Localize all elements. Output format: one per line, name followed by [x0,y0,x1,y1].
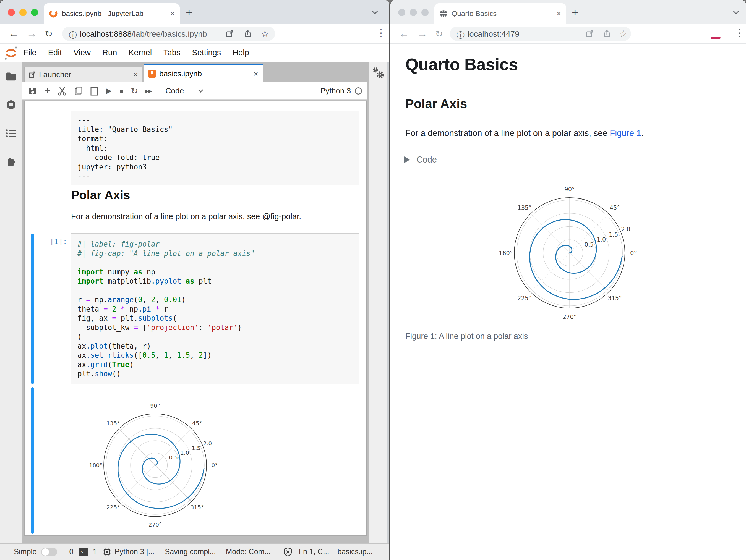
save-icon[interactable] [28,87,37,95]
menu-item-run[interactable]: Run [96,48,123,57]
new-tab-button[interactable]: + [572,7,578,19]
output-cell-indicator[interactable] [31,387,34,534]
globe-favicon-icon [439,9,448,18]
menu-item-tabs[interactable]: Tabs [157,48,186,57]
cursor-position[interactable]: Ln 1, C... [299,548,329,556]
minimize-window-button[interactable] [19,9,27,16]
code-cell-editor[interactable]: #| label: fig-polar#| fig-cap: "A line p… [70,233,359,384]
code-line: #| fig-cap: "A line plot on a polar axis… [78,249,352,259]
url-text[interactable]: localhost:8888/lab/tree/basics.ipynb [80,30,207,39]
heading-divider [405,119,731,119]
running-kernels-icon[interactable] [6,99,16,110]
close-tab-icon[interactable]: × [253,69,258,79]
forward-icon[interactable]: → [27,28,37,39]
left-sidebar [0,62,22,543]
execution-count: [1]: [39,237,67,246]
share-icon[interactable] [243,29,252,38]
mode-indicator[interactable]: Mode: Com... [226,548,271,556]
open-in-new-icon[interactable] [585,29,594,38]
cell-type-caret-icon[interactable] [198,87,203,92]
minimize-window-button[interactable] [410,9,417,16]
tab-close-icon[interactable]: × [170,9,175,18]
tab-search-chevron-icon[interactable] [372,8,378,14]
close-window-button[interactable] [398,9,405,16]
browser-menu-icon[interactable]: ⋮ [376,27,386,39]
bookmark-star-icon[interactable]: ☆ [619,28,627,39]
tab-notebook-active[interactable]: basics.ipynb × [144,65,263,82]
notebook-file-icon [148,70,156,78]
svg-text:0.5: 0.5 [169,454,178,461]
notebook-toolbar: + ▶ ■ ↻ ▶▶ Code Python 3 [22,82,367,99]
menu-item-settings[interactable]: Settings [186,48,227,57]
menu-item-help[interactable]: Help [227,48,255,57]
back-icon[interactable]: ← [399,28,409,39]
notebook-scrollbar[interactable] [386,62,389,543]
restart-kernel-icon[interactable]: ↻ [131,86,138,96]
figure-link[interactable]: Figure 1 [610,128,641,138]
browser-toolbar: ← → ↻ ⓘ localhost:8888/lab/tree/basics.i… [0,24,389,44]
site-info-icon[interactable]: ⓘ [457,30,464,41]
kernel-name[interactable]: Python 3 [320,87,351,95]
trust-shield-icon[interactable] [283,547,292,557]
kernel-count: 1 [93,548,97,556]
close-tab-icon[interactable]: × [133,70,138,79]
site-info-icon[interactable]: ⓘ [69,30,77,41]
open-in-new-icon[interactable] [225,29,234,38]
active-cell-indicator[interactable] [31,234,34,384]
yaml-line: code-fold: true [78,153,352,162]
browser-tab[interactable]: basics.ipynb - JupyterLab × [44,3,180,24]
zoom-window-button[interactable] [31,9,38,16]
run-cell-icon[interactable]: ▶ [106,87,112,95]
address-bar[interactable]: ⓘ localhost:4479 ☆ [450,27,631,41]
address-bar[interactable]: ⓘ localhost:8888/lab/tree/basics.ipynb ☆ [62,27,275,41]
insert-cell-icon[interactable]: + [44,85,50,97]
zoom-window-button[interactable] [421,9,429,16]
page-title: Quarto Basics [405,55,518,74]
svg-text:180°: 180° [89,462,102,469]
kernel-status-text[interactable]: Python 3 |... [115,548,154,556]
yaml-frontmatter-cell[interactable]: ---title: "Quarto Basics"format: html: c… [70,111,359,185]
cell-type-dropdown[interactable]: Code [165,87,184,95]
polar-plot-figure: 0°45°90°135°180°225°270°315°0.51.01.52.0 [492,176,647,330]
browser-tab[interactable]: Quarto Basics × [434,3,566,24]
simple-mode-label: Simple [14,548,37,556]
paste-cells-icon[interactable] [90,86,98,96]
menu-item-file[interactable]: File [18,48,42,57]
reload-icon[interactable]: ↻ [45,28,53,39]
kernel-status-icon[interactable] [355,87,362,94]
right-sidebar [369,62,386,543]
url-text[interactable]: localhost:4479 [467,30,519,39]
browser-menu-icon[interactable]: ⋮ [735,27,744,39]
restart-run-all-icon[interactable]: ▶▶ [145,88,151,94]
copy-cells-icon[interactable] [74,86,83,96]
table-of-contents-icon[interactable] [6,129,16,138]
tab-launcher[interactable]: Launcher × [24,67,142,82]
property-inspector-gears-icon[interactable] [371,66,385,80]
code-line: ax.set_rticks([0.5, 1, 1.5, 2]) [78,351,352,360]
reload-icon[interactable]: ↻ [435,28,443,39]
cut-cells-icon[interactable] [58,86,67,96]
file-browser-icon[interactable] [6,72,16,81]
svg-text:1.0: 1.0 [597,236,606,243]
code-fold-toggle[interactable]: Code [404,155,437,165]
quarto-browser-window: Quarto Basics × + ← → ↻ ⓘ localhost:4479… [391,0,746,560]
svg-text:225°: 225° [107,504,120,510]
browser-tab-title: basics.ipynb - JupyterLab [62,9,144,18]
tab-search-chevron-icon[interactable] [733,8,739,14]
menu-item-kernel[interactable]: Kernel [123,48,157,57]
jupyterlab-workspace: Launcher × basics.ipynb × + [0,62,389,543]
yaml-line: --- [78,172,352,181]
forward-icon[interactable]: → [417,28,428,39]
menu-item-view[interactable]: View [68,48,96,57]
simple-mode-toggle[interactable] [41,548,57,556]
tab-close-icon[interactable]: × [556,9,561,18]
back-icon[interactable]: ← [8,28,19,39]
close-window-button[interactable] [8,9,15,16]
extensions-icon[interactable] [6,156,16,167]
bookmark-star-icon[interactable]: ☆ [261,28,269,39]
interrupt-kernel-icon[interactable]: ■ [119,87,123,95]
share-icon[interactable] [602,29,611,38]
new-tab-button[interactable]: + [186,7,192,19]
svg-text:45°: 45° [610,205,620,211]
menu-item-edit[interactable]: Edit [42,48,68,57]
